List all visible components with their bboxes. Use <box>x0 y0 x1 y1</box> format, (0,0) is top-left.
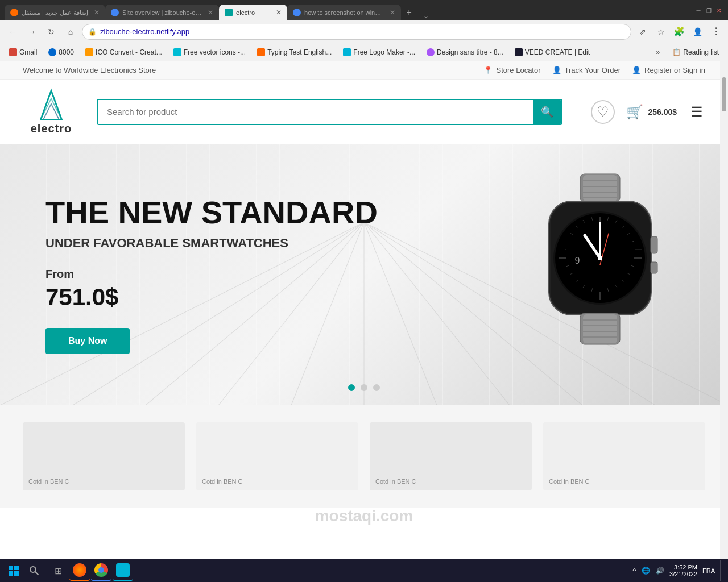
bookmark-reading-list[interactable]: 📋 Reading list <box>668 47 723 57</box>
tab-label-4: how to screenshot on windows |... <box>304 9 384 16</box>
restore-button[interactable]: ❐ <box>704 6 713 15</box>
hero-dot-3[interactable] <box>373 384 380 391</box>
bookmark-favicon-8000 <box>48 48 56 56</box>
bookmark-label-veed: VEED CREATE | Edit <box>525 48 590 56</box>
hero-price: 751.0$ <box>46 284 378 311</box>
hero-dot-1[interactable] <box>348 384 355 391</box>
svg-text:9: 9 <box>575 256 580 265</box>
menu-button[interactable]: ☰ <box>688 102 705 122</box>
bookmark-favicon-vectors <box>173 48 181 56</box>
search-icon: 🔍 <box>541 106 553 118</box>
store-locator-link[interactable]: 📍 Store Locator <box>483 66 540 74</box>
tab-close-1[interactable]: ✕ <box>94 9 100 16</box>
hero-title: THE NEW STANDARD <box>46 195 378 230</box>
hero-dot-2[interactable] <box>361 384 367 391</box>
product-card-2[interactable]: Cotd in BEN C <box>196 422 358 490</box>
track-order-link[interactable]: 👤 Track Your Order <box>552 66 621 74</box>
bookmark-typing[interactable]: Typing Test English... <box>253 47 336 57</box>
address-bar[interactable]: 🔒 zibouche-electro.netlify.app <box>82 24 631 40</box>
browser-tab-3[interactable]: electro ✕ <box>219 5 287 20</box>
scrollbar-thumb[interactable] <box>722 77 726 111</box>
product-label-3: Cotd in BEN C <box>375 478 416 485</box>
search-input[interactable] <box>98 100 533 124</box>
product-card-4[interactable]: Cotd in BEN C <box>543 422 705 490</box>
browser-titlebar: إضافة عمل جديد | مستقل ✕ Site overview |… <box>0 0 728 20</box>
new-tab-button[interactable]: + <box>401 5 417 20</box>
forward-button[interactable]: → <box>24 24 40 40</box>
bookmark-favicon-ico <box>85 48 93 56</box>
tab-favicon-4 <box>293 9 301 16</box>
bookmark-gmail[interactable]: Gmail <box>5 47 42 57</box>
bookmark-favicon-design <box>427 48 435 56</box>
bookmark-design[interactable]: Design sans titre - 8... <box>422 47 508 57</box>
search-button[interactable]: 🔍 <box>533 100 561 124</box>
scrollbar[interactable] <box>720 20 728 508</box>
product-card-1[interactable]: Cotd in BEN C <box>23 422 185 490</box>
bookmarks-bar: Gmail 8000 ICO Convert - Creat... Free v… <box>0 43 728 61</box>
site-header: electro 🔍 ♡ 🛒 256.00$ ☰ <box>0 80 728 144</box>
products-section: Cotd in BEN C Cotd in BEN C Cotd in BEN … <box>0 405 728 508</box>
tab-list-button[interactable]: ⌄ <box>421 11 431 20</box>
browser-tab-1[interactable]: إضافة عمل جديد | مستقل ✕ <box>5 5 105 20</box>
hero-content: THE NEW STANDARD UNDER FAVORABALE SMARTW… <box>0 161 423 388</box>
bookmark-label-gmail: Gmail <box>19 48 37 56</box>
tab-close-2[interactable]: ✕ <box>208 9 213 16</box>
heart-icon: ♡ <box>591 100 615 124</box>
svg-rect-24 <box>651 262 657 273</box>
bookmark-label-design: Design sans titre - 8... <box>437 48 503 56</box>
tab-close-4[interactable]: ✕ <box>390 9 395 16</box>
tab-close-3[interactable]: ✕ <box>276 9 282 16</box>
tab-label-3: electro <box>236 9 270 16</box>
svg-point-56 <box>598 256 602 260</box>
svg-rect-23 <box>651 236 657 253</box>
bookmark-veed[interactable]: VEED CREATE | Edit <box>510 47 594 57</box>
header-actions: ♡ 🛒 256.00$ ☰ <box>591 100 705 124</box>
bookmark-favicon-veed <box>515 48 523 56</box>
register-icon: 👤 <box>632 66 641 74</box>
cart-button[interactable]: 🛒 256.00$ <box>626 104 677 120</box>
browser-tab-2[interactable]: Site overview | zibouche-electro... ✕ <box>105 5 219 20</box>
bookmark-button[interactable]: ☆ <box>653 24 669 40</box>
home-button[interactable]: ⌂ <box>63 24 78 40</box>
bookmark-favicon-logo <box>343 48 351 56</box>
tab-label-2: Site overview | zibouche-electro... <box>122 9 202 16</box>
minimize-button[interactable]: ─ <box>694 6 703 15</box>
bookmark-label-vectors: Free vector icons -... <box>184 48 246 56</box>
register-link[interactable]: 👤 Register or Sign in <box>632 66 705 74</box>
tab-favicon-2 <box>111 9 119 16</box>
hero-buy-button[interactable]: Buy Now <box>46 328 130 354</box>
profile-button[interactable]: 👤 <box>689 24 705 40</box>
hero-from-label: From <box>46 268 378 281</box>
toolbar-icons: ⇗ ☆ 🧩 👤 ⋮ <box>635 24 723 40</box>
close-button[interactable]: ✕ <box>714 6 723 15</box>
bookmark-vectors[interactable]: Free vector icons -... <box>169 47 250 57</box>
back-button[interactable]: ← <box>5 24 20 40</box>
wishlist-button[interactable]: ♡ <box>591 100 615 124</box>
cast-button[interactable]: ⇗ <box>635 24 651 40</box>
reload-button[interactable]: ↻ <box>43 24 59 40</box>
bookmark-logo[interactable]: Free Logo Maker -... <box>338 47 420 57</box>
bookmark-label-logo: Free Logo Maker -... <box>353 48 415 56</box>
svg-rect-16 <box>583 175 617 201</box>
product-label-1: Cotd in BEN C <box>28 478 69 485</box>
svg-rect-58 <box>583 314 617 343</box>
window-controls: ─ ❐ ✕ <box>694 6 723 15</box>
bookmark-reading-label: Reading list <box>683 48 719 56</box>
product-label-2: Cotd in BEN C <box>202 478 243 485</box>
browser-toolbar: ← → ↻ ⌂ 🔒 zibouche-electro.netlify.app ⇗… <box>0 20 728 43</box>
track-icon: 👤 <box>552 66 561 74</box>
bookmark-ico[interactable]: ICO Convert - Creat... <box>81 47 167 57</box>
store-locator-text: Store Locator <box>496 66 540 74</box>
bookmark-label-typing: Typing Test English... <box>267 48 332 56</box>
browser-tab-4[interactable]: how to screenshot on windows |... ✕ <box>287 5 401 20</box>
site-logo[interactable]: electro <box>23 88 80 135</box>
bookmarks-more-button[interactable]: » <box>653 47 664 57</box>
extension-button[interactable]: 🧩 <box>671 24 687 40</box>
logo-text: electro <box>31 122 72 135</box>
lock-icon: 🔒 <box>88 28 97 36</box>
bookmark-8000[interactable]: 8000 <box>44 47 78 57</box>
hero-banner: THE NEW STANDARD UNDER FAVORABALE SMARTW… <box>0 144 728 405</box>
top-bar-right: 📍 Store Locator 👤 Track Your Order 👤 Reg… <box>483 66 705 74</box>
website: Welcome to Worldwide Electronics Store 📍… <box>0 61 728 508</box>
product-card-3[interactable]: Cotd in BEN C <box>370 422 532 490</box>
